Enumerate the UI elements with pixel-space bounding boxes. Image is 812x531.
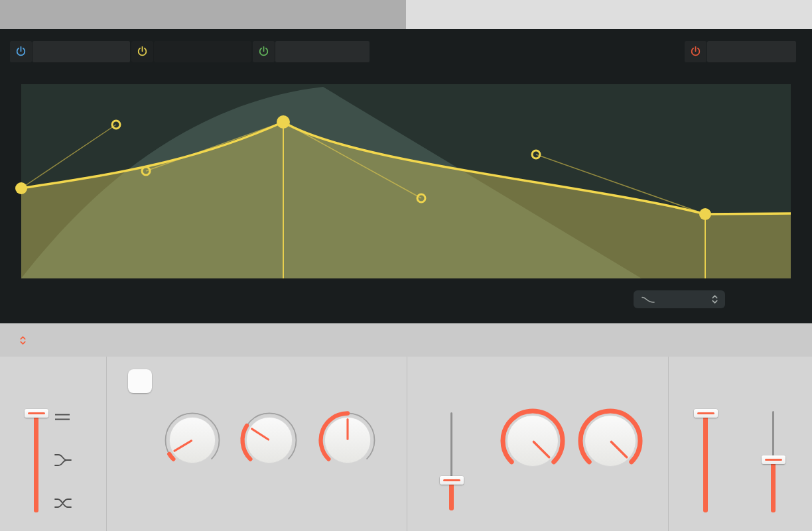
volume-env-power-button[interactable]: [10, 41, 32, 62]
tab-sampled-ir[interactable]: [0, 0, 406, 29]
xover-slider-fill[interactable]: [449, 483, 454, 510]
lo-spread-value[interactable]: [493, 388, 573, 404]
size-knob[interactable]: [318, 410, 377, 470]
section-divider: [106, 357, 107, 531]
hi-spread-value[interactable]: [571, 388, 650, 404]
envelope-point-break[interactable]: [277, 115, 290, 129]
input-slider-fill[interactable]: [34, 416, 38, 512]
length-knob[interactable]: [239, 410, 299, 470]
xover-value[interactable]: [412, 388, 492, 404]
section-divider: [407, 357, 407, 531]
section-divider: [668, 357, 669, 531]
wet-slider-handle[interactable]: [762, 455, 785, 464]
tab-synthesized-ir[interactable]: [406, 0, 812, 29]
space-designer-plugin: [0, 0, 812, 531]
power-icon: [690, 46, 701, 58]
predelay-knob[interactable]: [163, 410, 222, 470]
wet-value[interactable]: [740, 388, 807, 404]
xover-slider-handle[interactable]: [440, 476, 464, 485]
envelope-point-init[interactable]: [15, 182, 27, 194]
stereo-input-icon[interactable]: [54, 413, 70, 421]
output-controls: [0, 357, 812, 531]
density-env-button[interactable]: [275, 41, 370, 62]
length-value[interactable]: [230, 388, 309, 404]
filter-env-power-button[interactable]: [131, 41, 153, 62]
hi-spread-knob[interactable]: [577, 408, 643, 474]
dry-slider-fill[interactable]: [703, 416, 708, 512]
ir-tab-bar: [0, 0, 812, 29]
sync-note-button[interactable]: [128, 369, 152, 393]
volume-env-button[interactable]: [33, 41, 130, 62]
power-icon: [258, 46, 269, 58]
size-value[interactable]: [308, 388, 387, 404]
output-eq-button[interactable]: [707, 41, 796, 62]
input-slider-handle[interactable]: [25, 409, 48, 418]
chevron-updown-icon: [19, 335, 27, 346]
dry-slider-handle[interactable]: [694, 409, 718, 418]
mono-sum-input-icon[interactable]: [54, 453, 72, 467]
lowpass-curve-icon: [642, 295, 655, 304]
time-axis: [0, 279, 812, 290]
output-eq-power-button[interactable]: [685, 41, 707, 62]
dry-value[interactable]: [673, 388, 739, 404]
density-env-power-button[interactable]: [253, 41, 275, 62]
envelope-point-end[interactable]: [699, 208, 711, 220]
envelope-display[interactable]: [21, 84, 791, 278]
filter-env-button[interactable]: [154, 41, 251, 62]
predelay-value[interactable]: [153, 388, 232, 404]
power-icon: [137, 46, 148, 58]
crossed-input-icon[interactable]: [54, 498, 72, 508]
settings-toolbar: [0, 323, 812, 357]
quality-selector[interactable]: [11, 333, 27, 344]
synthesized-ir-panel: [0, 29, 812, 323]
filter-mode-dropdown[interactable]: [634, 290, 725, 308]
lo-spread-knob[interactable]: [500, 408, 566, 474]
power-icon: [15, 46, 27, 58]
wet-slider-fill[interactable]: [771, 462, 776, 512]
chevron-updown-icon: [711, 294, 718, 305]
